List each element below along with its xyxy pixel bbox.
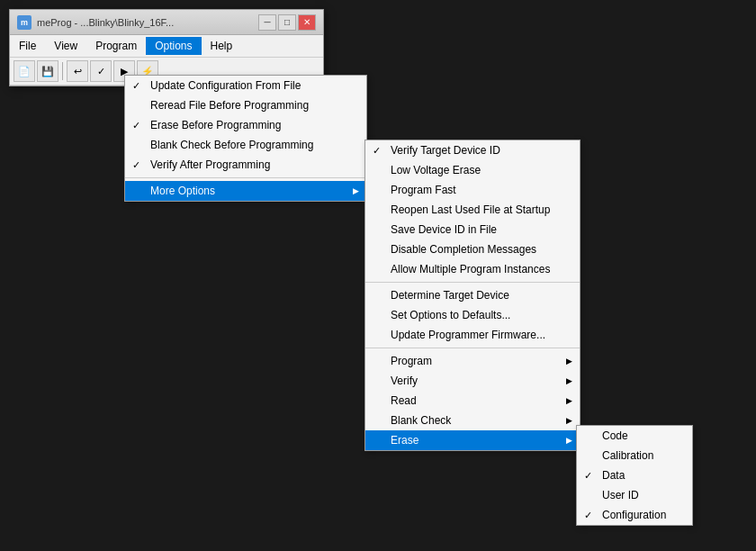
menu-erase-data[interactable]: Data	[577, 465, 692, 485]
dropdown1-sep	[125, 177, 366, 178]
erase-dropdown: Code Calibration Data User ID Configurat…	[576, 425, 693, 526]
menu-low-voltage-erase[interactable]: Low Voltage Erase	[365, 160, 580, 180]
menu-more-options[interactable]: More Options	[125, 181, 366, 201]
menu-view[interactable]: View	[45, 37, 86, 55]
dropdown2-sep2	[365, 348, 580, 348]
title-bar: m meProg - ...Blinky\Blinky_16F... ─ □ ✕	[10, 10, 323, 35]
menu-read-sub[interactable]: Read	[365, 391, 580, 411]
close-button[interactable]: ✕	[298, 14, 316, 31]
menu-update-config[interactable]: Update Configuration From File	[125, 76, 366, 95]
menu-disable-completion[interactable]: Disable Completion Messages	[365, 239, 580, 259]
menu-verify-target-id[interactable]: Verify Target Device ID	[365, 140, 580, 160]
menu-update-firmware[interactable]: Update Programmer Firmware...	[365, 325, 580, 345]
menu-program-sub[interactable]: Program	[365, 351, 580, 371]
menubar: File View Program Options Help	[10, 35, 323, 58]
toolbar-verify[interactable]: ✓	[90, 60, 112, 82]
window-title: meProg - ...Blinky\Blinky_16F...	[37, 17, 174, 28]
window-icon: m	[17, 15, 32, 30]
menu-erase-code[interactable]: Code	[577, 426, 692, 446]
menu-set-options-defaults[interactable]: Set Options to Defaults...	[365, 305, 580, 325]
menu-erase-calibration[interactable]: Calibration	[577, 446, 692, 465]
menu-reopen-last-file[interactable]: Reopen Last Used File at Startup	[365, 200, 580, 220]
toolbar-new[interactable]: 📄	[14, 60, 35, 82]
more-options-dropdown: Verify Target Device ID Low Voltage Eras…	[364, 140, 580, 451]
menu-save-device-id[interactable]: Save Device ID in File	[365, 220, 580, 239]
menu-erase-userid[interactable]: User ID	[577, 485, 692, 505]
menu-file[interactable]: File	[10, 37, 45, 55]
menu-verify-sub[interactable]: Verify	[365, 371, 580, 391]
toolbar-save[interactable]: 💾	[37, 60, 58, 82]
menu-blank-check-sub[interactable]: Blank Check	[365, 411, 580, 430]
menu-program-fast[interactable]: Program Fast	[365, 180, 580, 200]
menu-verify-after[interactable]: Verify After Programming	[125, 155, 366, 175]
menu-determine-target[interactable]: Determine Target Device	[365, 285, 580, 305]
menu-erase-configuration[interactable]: Configuration	[577, 505, 692, 525]
toolbar-sep-1	[62, 62, 63, 80]
dropdown2-sep1	[365, 282, 580, 283]
menu-reread-file[interactable]: Reread File Before Programming	[125, 95, 366, 115]
menu-options[interactable]: Options	[146, 37, 201, 55]
title-bar-buttons: ─ □ ✕	[258, 14, 316, 31]
menu-help[interactable]: Help	[202, 37, 242, 55]
menu-program[interactable]: Program	[86, 37, 146, 55]
menu-blank-check[interactable]: Blank Check Before Programming	[125, 135, 366, 155]
menu-erase-sub[interactable]: Erase	[365, 430, 580, 450]
title-bar-left: m meProg - ...Blinky\Blinky_16F...	[17, 15, 174, 30]
toolbar-undo[interactable]: ↩	[67, 60, 88, 82]
menu-erase-before[interactable]: Erase Before Programming	[125, 115, 366, 135]
menu-allow-multiple[interactable]: Allow Multiple Program Instances	[365, 259, 580, 279]
maximize-button[interactable]: □	[278, 14, 296, 31]
minimize-button[interactable]: ─	[258, 14, 276, 31]
options-dropdown: Update Configuration From File Reread Fi…	[124, 75, 367, 202]
